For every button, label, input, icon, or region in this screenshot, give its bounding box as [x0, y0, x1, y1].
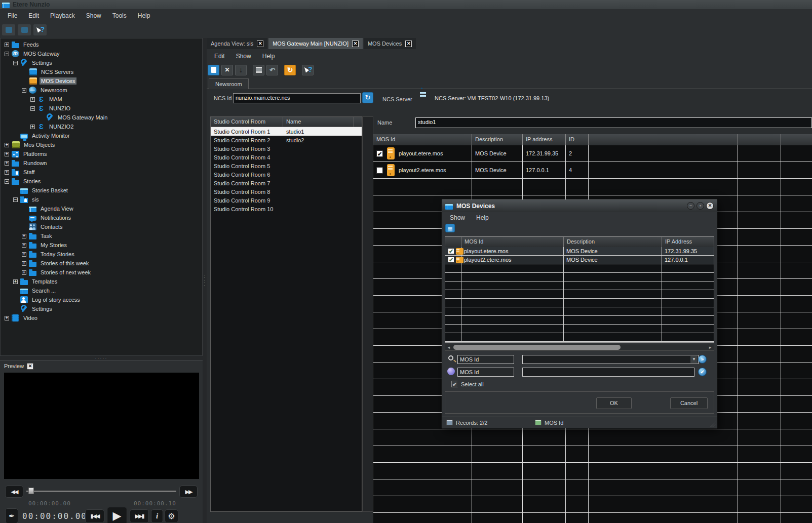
- dialog-horizontal-scrollbar[interactable]: ◂ ▸: [445, 344, 714, 351]
- expander-plus-icon[interactable]: +: [22, 270, 26, 275]
- tree-item-activity-monitor[interactable]: Activity Monitor: [1, 131, 202, 140]
- room-list-item[interactable]: Studio Control Room 9: [211, 196, 362, 205]
- search-value-combo[interactable]: ▼: [522, 355, 699, 364]
- horizontal-splitter[interactable]: ·····: [0, 356, 203, 360]
- tab-mos-gateway-main-nunzio-[interactable]: MOS Gateway Main [NUNZIO]✕: [268, 38, 363, 49]
- skip-to-start-button[interactable]: ▮◀◀: [85, 509, 104, 523]
- dialog-device-row[interactable]: ✔playout.etere.mosMOS Device172.31.99.35: [445, 247, 714, 256]
- tree-item-notifications[interactable]: Notifications: [1, 213, 202, 222]
- settings-button[interactable]: ⚙: [165, 509, 178, 523]
- save-button[interactable]: [253, 65, 264, 75]
- tree-item-log-of-story-access[interactable]: Log of story access: [1, 295, 202, 304]
- expander-minus-icon[interactable]: −: [22, 88, 26, 93]
- tab-agenda-view-sis[interactable]: Agenda View: sis✕: [207, 38, 267, 49]
- expander-plus-icon[interactable]: +: [22, 261, 26, 266]
- expander-plus-icon[interactable]: +: [5, 143, 9, 147]
- tree-item-settings[interactable]: Settings: [1, 304, 202, 313]
- delete-button[interactable]: ✕: [221, 65, 233, 75]
- device-row[interactable]: ✔playout.etere.mosMOS Device172.31.99.35…: [373, 145, 812, 162]
- doc-menu-show[interactable]: Show: [230, 51, 257, 62]
- expander-plus-icon[interactable]: +: [22, 234, 26, 238]
- expander-plus-icon[interactable]: +: [5, 170, 9, 175]
- room-list-item[interactable]: Studio Control Room 5: [211, 162, 362, 170]
- fast-forward-button[interactable]: ▶▶: [179, 486, 198, 498]
- undo-button[interactable]: ↶: [266, 65, 278, 75]
- tab-close-icon[interactable]: ✕: [257, 41, 263, 47]
- menu-tools[interactable]: Tools: [107, 10, 132, 21]
- expander-plus-icon[interactable]: +: [22, 252, 26, 257]
- dialog-grid-button[interactable]: ▦: [445, 224, 455, 232]
- dialog-title-bar[interactable]: MOS Devices: [442, 200, 717, 212]
- toolbar-button-2[interactable]: [18, 24, 31, 35]
- sort-column-field[interactable]: MOS Id: [457, 368, 514, 377]
- maximize-icon[interactable]: ▫: [697, 202, 704, 210]
- search-go-button[interactable]: »: [698, 355, 707, 364]
- tree-item-today-stories[interactable]: +Today Stories: [1, 250, 202, 259]
- tree-item-stories[interactable]: −Stories: [1, 177, 202, 186]
- room-list-item[interactable]: Studio Control Room 3: [211, 144, 362, 153]
- ok-button[interactable]: OK: [596, 397, 632, 409]
- menu-playback[interactable]: Playback: [45, 10, 81, 21]
- seek-slider-track[interactable]: [26, 491, 176, 492]
- close-icon[interactable]: ✕: [706, 202, 714, 210]
- expander-minus-icon[interactable]: −: [5, 52, 9, 56]
- room-list-item[interactable]: Studio Control Room 6: [211, 170, 362, 179]
- tree-item-stories-of-next-week[interactable]: +Stories of next week: [1, 268, 202, 277]
- expander-plus-icon[interactable]: +: [5, 152, 9, 156]
- tree-item-settings[interactable]: −Settings: [1, 58, 202, 67]
- help-button[interactable]: ?: [33, 24, 47, 35]
- info-button[interactable]: i: [151, 509, 163, 523]
- expander-plus-icon[interactable]: +: [30, 97, 35, 102]
- expander-plus-icon[interactable]: +: [13, 279, 18, 284]
- preview-tab-label[interactable]: Preview: [4, 363, 24, 369]
- ncs-sync-button[interactable]: ↻: [362, 92, 373, 103]
- tree-item-contacts[interactable]: Contacts: [1, 222, 202, 231]
- refresh-button[interactable]: ↻: [284, 65, 296, 75]
- scroll-right-icon[interactable]: ▸: [707, 344, 714, 350]
- edit-pen-button[interactable]: ✒: [5, 508, 18, 523]
- menu-edit[interactable]: Edit: [23, 10, 45, 21]
- tab-close-icon[interactable]: ✕: [405, 41, 412, 47]
- expander-plus-icon[interactable]: +: [5, 161, 9, 166]
- menu-file[interactable]: File: [2, 10, 23, 21]
- context-help-button[interactable]: ?: [302, 65, 314, 75]
- search-column-field[interactable]: MOS Id: [457, 355, 514, 364]
- expander-plus-icon[interactable]: +: [22, 243, 26, 248]
- dialog-device-row[interactable]: ✔playout2.etere.mosMOS Device127.0.0.1: [445, 256, 714, 264]
- tree-item-search-[interactable]: Search ...: [1, 286, 202, 295]
- expander-minus-icon[interactable]: −: [13, 61, 18, 65]
- room-list-item[interactable]: Studio Control Room 7: [211, 179, 362, 187]
- tab-close-icon[interactable]: ✕: [352, 41, 359, 47]
- tree-item-feeds[interactable]: +Feeds: [1, 40, 202, 49]
- select-all-checkbox[interactable]: ✔: [451, 381, 458, 387]
- doc-menu-edit[interactable]: Edit: [209, 51, 230, 62]
- new-document-button[interactable]: [208, 65, 219, 75]
- tree-item-task[interactable]: +Task: [1, 231, 202, 240]
- expander-minus-icon[interactable]: −: [5, 179, 9, 184]
- room-list-item[interactable]: Studio Control Room 2studio2: [211, 136, 362, 144]
- menu-help[interactable]: Help: [132, 10, 156, 21]
- skip-to-end-button[interactable]: ▶▶▮: [130, 509, 149, 523]
- tree-item-my-stories[interactable]: +My Stories: [1, 240, 202, 250]
- tree-item-staff[interactable]: +Staff: [1, 168, 202, 177]
- play-button[interactable]: ▶: [107, 507, 127, 523]
- tree-item-mos-gateway[interactable]: −mMOS Gateway: [1, 49, 202, 58]
- scrollbar-thumb[interactable]: [453, 345, 621, 350]
- ncs-id-input[interactable]: nunzio.main.etere.ncs: [233, 93, 361, 103]
- tree-item-mos-objects[interactable]: +Mos Objects: [1, 140, 202, 149]
- resize-grip[interactable]: [711, 422, 716, 427]
- chevron-down-icon[interactable]: ▼: [690, 356, 698, 363]
- tree-item-agenda-view[interactable]: Agenda View: [1, 204, 202, 213]
- tree-item-rundown[interactable]: +Rundown: [1, 158, 202, 168]
- tree-item-mam[interactable]: +ƐMAM: [1, 95, 202, 104]
- dialog-menu-show[interactable]: Show: [444, 212, 471, 223]
- tree-item-mos-devices[interactable]: MOS Devices: [1, 76, 202, 86]
- dialog-device-checkbox[interactable]: ✔: [448, 257, 454, 263]
- tree-item-templates[interactable]: +Templates: [1, 277, 202, 286]
- toolbar-button-1[interactable]: [2, 24, 15, 35]
- tree-item-sis[interactable]: −sis: [1, 195, 202, 204]
- room-list-item[interactable]: Studio Control Room 8: [211, 187, 362, 196]
- download-button[interactable]: ↓: [235, 65, 247, 75]
- sort-apply-button[interactable]: ✔: [698, 368, 707, 376]
- pane-scrollbar-gutter[interactable]: [362, 116, 373, 512]
